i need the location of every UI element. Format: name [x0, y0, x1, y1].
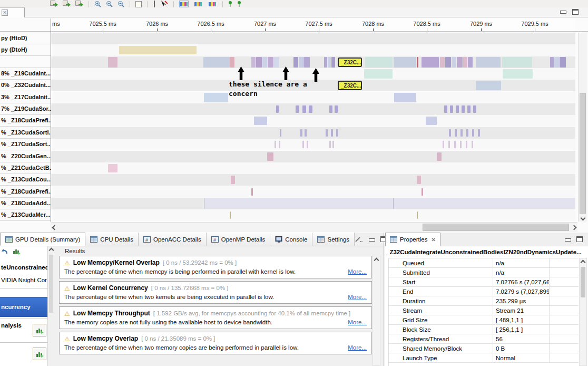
timeline-interval-bar[interactable] [305, 129, 307, 137]
scroll-down-icon[interactable] [579, 214, 586, 221]
tab-cpu-details[interactable]: CPU Details [85, 233, 139, 246]
timeline-interval-bar[interactable] [329, 105, 332, 113]
timeline-interval-bar[interactable] [309, 105, 312, 113]
row-label-kernel-row-10[interactable]: % _Z13CudaCou... [0, 174, 51, 186]
timeline-interval-bar[interactable] [274, 57, 279, 68]
timeline-interval-bar[interactable] [108, 57, 117, 68]
timeline-interval-bar[interactable] [467, 105, 471, 113]
timeline-interval-bar[interactable] [417, 211, 418, 219]
view-menu-icon[interactable] [355, 236, 362, 243]
more-link[interactable]: More... [348, 294, 367, 300]
tab-openacc-details[interactable]: #OpenACC Details [139, 233, 207, 246]
timeline-interval-bar[interactable] [503, 69, 533, 79]
timeline-interval-bar[interactable] [296, 105, 299, 113]
highlighted-kernel-label[interactable]: _Z32C... [338, 57, 362, 67]
scroll-right-icon[interactable] [570, 224, 577, 231]
scroll-up-icon[interactable] [579, 258, 586, 266]
minimize-icon[interactable] [560, 9, 566, 14]
zoom-in-icon[interactable] [94, 1, 101, 7]
scrollbar-thumb[interactable] [49, 255, 53, 313]
export-report-icon[interactable] [75, 1, 83, 7]
row-label-kernel-row-6[interactable]: % _Z13CudaSortl... [0, 127, 51, 139]
row-label-kernel-row-4[interactable]: 7% _Z19CudaSor... [0, 103, 51, 115]
scroll-up-icon[interactable] [47, 246, 55, 254]
timeline-interval-bar[interactable] [307, 141, 308, 148]
tab-settings[interactable]: Settings [312, 233, 355, 246]
analysis-item-ncurrency[interactable]: ncurrency [0, 297, 47, 317]
timeline-interval-bar[interactable] [324, 57, 327, 68]
timeline-interval-bar[interactable] [445, 57, 451, 68]
timeline-interval-bar[interactable] [476, 81, 501, 90]
timeline-interval-bar[interactable] [336, 129, 338, 137]
undo-icon[interactable] [1, 248, 8, 255]
timeline-interval-bar[interactable] [365, 57, 393, 68]
timeline-interval-bar[interactable] [443, 141, 444, 148]
analyze-all-icon[interactable] [13, 248, 21, 255]
timeline-interval-bar[interactable] [279, 141, 280, 148]
timeline-interval-bar[interactable] [454, 141, 456, 148]
timeline-interval-bar[interactable] [302, 141, 304, 148]
timeline-interval-bar[interactable] [299, 57, 303, 68]
timeline-interval-bar[interactable] [254, 117, 267, 125]
timeline-interval-bar[interactable] [466, 129, 468, 137]
row-label-memcpy-htod-row[interactable]: py (HtoD) [0, 33, 51, 44]
timeline-interval-bar[interactable] [364, 69, 393, 79]
timeline-interval-bar[interactable] [300, 129, 302, 137]
timeline-interval-bar[interactable] [108, 164, 117, 172]
timeline-interval-bar[interactable] [460, 129, 463, 137]
timeline-horizontal-scrollbar[interactable] [51, 222, 577, 232]
timeline-interval-bar[interactable] [230, 57, 234, 68]
timeline-interval-bar[interactable] [550, 57, 554, 68]
timeline-interval-bar[interactable] [230, 211, 231, 219]
timeline-interval-bar[interactable] [393, 198, 394, 209]
zoom-fit-icon[interactable] [117, 1, 124, 7]
timeline-interval-bar[interactable] [449, 129, 451, 137]
timeline-interval-bar[interactable] [452, 57, 456, 68]
timeline-interval-bar[interactable] [463, 57, 467, 68]
timeline-interval-bar[interactable] [268, 57, 273, 68]
timeline-interval-bar[interactable] [251, 188, 253, 196]
timeline-interval-bar[interactable] [204, 198, 575, 209]
timeline-interval-bar[interactable] [478, 129, 480, 137]
timeline-interval-bar[interactable] [394, 57, 416, 68]
timeline-interval-bar[interactable] [472, 129, 474, 137]
timeline-interval-bar[interactable] [329, 141, 331, 148]
timeline-interval-bar[interactable] [440, 57, 445, 68]
scrollbar-thumb[interactable] [581, 267, 585, 297]
timeline-interval-bar[interactable] [275, 141, 276, 148]
marker-icon[interactable] [153, 1, 156, 7]
row-label-kernel-row-3[interactable]: 3% _Z17CudaInit... [0, 92, 51, 103]
timeline-interval-bar[interactable] [502, 57, 532, 68]
timeline-interval-bar[interactable] [444, 105, 447, 113]
results-scrollbar[interactable] [373, 256, 380, 366]
timeline-interval-bar[interactable] [303, 57, 310, 68]
timeline-vertical-scrollbar[interactable] [578, 33, 587, 221]
timeline-mode-icon-selected[interactable] [179, 1, 189, 7]
timeline-interval-bar[interactable] [331, 57, 335, 68]
zoom-out-icon[interactable] [106, 1, 113, 7]
timeline-interval-bar[interactable] [293, 57, 298, 68]
timeline-interval-bar[interactable] [422, 188, 423, 196]
timeline-interval-bar[interactable] [276, 105, 279, 113]
timeline-interval-bar[interactable] [417, 176, 421, 184]
timeline-interval-bar[interactable] [472, 141, 473, 148]
timeline-interval-bar[interactable] [448, 141, 450, 148]
pin-icon-2[interactable] [237, 1, 241, 7]
tab-close-icon[interactable]: ✕ [431, 237, 435, 243]
row-label-kernel-row-12[interactable]: % _Z18CudaAdd... [0, 198, 51, 209]
snapshot-icon[interactable] [135, 1, 142, 7]
timeline-interval-bar[interactable] [119, 46, 197, 54]
timeline-interval-bar[interactable] [466, 141, 467, 148]
tab-openmp-details[interactable]: #OpenMP Details [207, 233, 271, 246]
tab-properties[interactable]: Properties ✕ [385, 233, 440, 246]
timeline-interval-bar[interactable] [422, 57, 439, 68]
timeline-editor-tab[interactable]: ✕ [0, 7, 25, 17]
properties-scrollbar[interactable] [579, 258, 587, 366]
row-label-kernel-row-2[interactable]: 0% _Z32CudaInt... [0, 80, 51, 91]
row-label-compute-summary-row[interactable] [0, 56, 51, 68]
timeline-interval-bar[interactable] [468, 57, 473, 68]
row-label-kernel-row-11[interactable]: % _Z18CudaPrefi... [0, 186, 51, 198]
scrollbar-thumb[interactable] [423, 224, 569, 231]
timeline-interval-bar[interactable] [455, 129, 457, 137]
timeline-interval-bar[interactable] [204, 198, 204, 209]
